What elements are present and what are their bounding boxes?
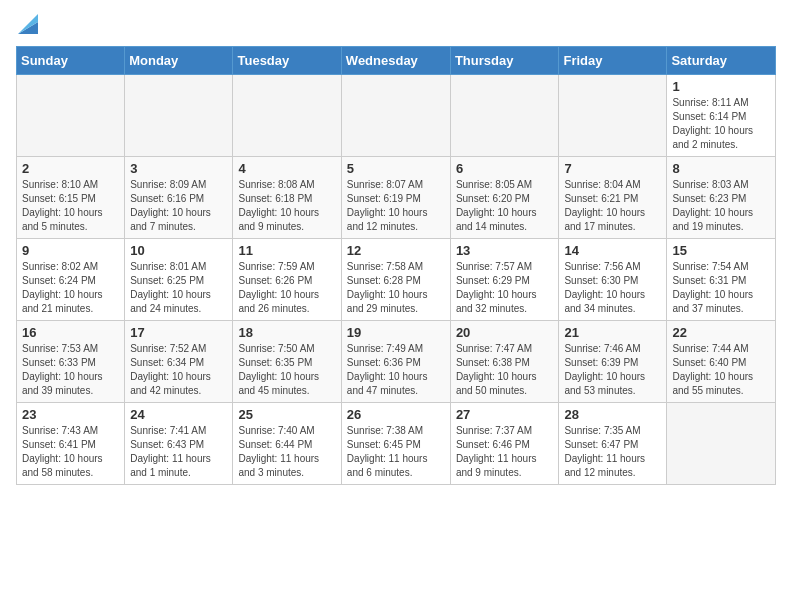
- calendar-cell: 3Sunrise: 8:09 AM Sunset: 6:16 PM Daylig…: [125, 157, 233, 239]
- calendar-cell: 21Sunrise: 7:46 AM Sunset: 6:39 PM Dayli…: [559, 321, 667, 403]
- day-number: 27: [456, 407, 554, 422]
- calendar-week-row: 9Sunrise: 8:02 AM Sunset: 6:24 PM Daylig…: [17, 239, 776, 321]
- calendar-cell: 16Sunrise: 7:53 AM Sunset: 6:33 PM Dayli…: [17, 321, 125, 403]
- calendar-cell: 6Sunrise: 8:05 AM Sunset: 6:20 PM Daylig…: [450, 157, 559, 239]
- calendar-cell: 26Sunrise: 7:38 AM Sunset: 6:45 PM Dayli…: [341, 403, 450, 485]
- day-number: 23: [22, 407, 119, 422]
- day-info: Sunrise: 7:56 AM Sunset: 6:30 PM Dayligh…: [564, 260, 661, 316]
- calendar-week-row: 16Sunrise: 7:53 AM Sunset: 6:33 PM Dayli…: [17, 321, 776, 403]
- calendar-cell: 28Sunrise: 7:35 AM Sunset: 6:47 PM Dayli…: [559, 403, 667, 485]
- day-info: Sunrise: 7:38 AM Sunset: 6:45 PM Dayligh…: [347, 424, 445, 480]
- calendar-cell: 23Sunrise: 7:43 AM Sunset: 6:41 PM Dayli…: [17, 403, 125, 485]
- day-info: Sunrise: 7:43 AM Sunset: 6:41 PM Dayligh…: [22, 424, 119, 480]
- calendar-cell: [559, 75, 667, 157]
- day-info: Sunrise: 7:59 AM Sunset: 6:26 PM Dayligh…: [238, 260, 335, 316]
- day-info: Sunrise: 7:35 AM Sunset: 6:47 PM Dayligh…: [564, 424, 661, 480]
- calendar-cell: 13Sunrise: 7:57 AM Sunset: 6:29 PM Dayli…: [450, 239, 559, 321]
- calendar-header-row: SundayMondayTuesdayWednesdayThursdayFrid…: [17, 47, 776, 75]
- calendar-cell: 14Sunrise: 7:56 AM Sunset: 6:30 PM Dayli…: [559, 239, 667, 321]
- day-info: Sunrise: 7:40 AM Sunset: 6:44 PM Dayligh…: [238, 424, 335, 480]
- day-number: 7: [564, 161, 661, 176]
- day-number: 14: [564, 243, 661, 258]
- calendar-cell: [450, 75, 559, 157]
- day-number: 18: [238, 325, 335, 340]
- day-info: Sunrise: 8:01 AM Sunset: 6:25 PM Dayligh…: [130, 260, 227, 316]
- day-number: 21: [564, 325, 661, 340]
- calendar-header-monday: Monday: [125, 47, 233, 75]
- calendar-cell: 20Sunrise: 7:47 AM Sunset: 6:38 PM Dayli…: [450, 321, 559, 403]
- day-number: 26: [347, 407, 445, 422]
- calendar-cell: [233, 75, 341, 157]
- day-number: 28: [564, 407, 661, 422]
- calendar-cell: 7Sunrise: 8:04 AM Sunset: 6:21 PM Daylig…: [559, 157, 667, 239]
- day-info: Sunrise: 8:08 AM Sunset: 6:18 PM Dayligh…: [238, 178, 335, 234]
- day-number: 22: [672, 325, 770, 340]
- calendar-header-tuesday: Tuesday: [233, 47, 341, 75]
- calendar-header-sunday: Sunday: [17, 47, 125, 75]
- day-info: Sunrise: 8:10 AM Sunset: 6:15 PM Dayligh…: [22, 178, 119, 234]
- day-info: Sunrise: 7:37 AM Sunset: 6:46 PM Dayligh…: [456, 424, 554, 480]
- day-info: Sunrise: 8:05 AM Sunset: 6:20 PM Dayligh…: [456, 178, 554, 234]
- calendar-table: SundayMondayTuesdayWednesdayThursdayFrid…: [16, 46, 776, 485]
- day-info: Sunrise: 7:41 AM Sunset: 6:43 PM Dayligh…: [130, 424, 227, 480]
- day-number: 2: [22, 161, 119, 176]
- logo-icon: [18, 14, 38, 34]
- day-info: Sunrise: 7:57 AM Sunset: 6:29 PM Dayligh…: [456, 260, 554, 316]
- day-info: Sunrise: 7:58 AM Sunset: 6:28 PM Dayligh…: [347, 260, 445, 316]
- calendar-cell: 19Sunrise: 7:49 AM Sunset: 6:36 PM Dayli…: [341, 321, 450, 403]
- calendar-cell: [667, 403, 776, 485]
- calendar-cell: 4Sunrise: 8:08 AM Sunset: 6:18 PM Daylig…: [233, 157, 341, 239]
- calendar-week-row: 1Sunrise: 8:11 AM Sunset: 6:14 PM Daylig…: [17, 75, 776, 157]
- day-number: 13: [456, 243, 554, 258]
- day-info: Sunrise: 8:11 AM Sunset: 6:14 PM Dayligh…: [672, 96, 770, 152]
- calendar-header-friday: Friday: [559, 47, 667, 75]
- day-info: Sunrise: 8:04 AM Sunset: 6:21 PM Dayligh…: [564, 178, 661, 234]
- day-info: Sunrise: 7:53 AM Sunset: 6:33 PM Dayligh…: [22, 342, 119, 398]
- day-number: 19: [347, 325, 445, 340]
- calendar-cell: 22Sunrise: 7:44 AM Sunset: 6:40 PM Dayli…: [667, 321, 776, 403]
- calendar-header-wednesday: Wednesday: [341, 47, 450, 75]
- logo: [16, 16, 38, 36]
- calendar-cell: 2Sunrise: 8:10 AM Sunset: 6:15 PM Daylig…: [17, 157, 125, 239]
- calendar-cell: [125, 75, 233, 157]
- calendar-cell: 8Sunrise: 8:03 AM Sunset: 6:23 PM Daylig…: [667, 157, 776, 239]
- day-number: 20: [456, 325, 554, 340]
- calendar-cell: 9Sunrise: 8:02 AM Sunset: 6:24 PM Daylig…: [17, 239, 125, 321]
- day-number: 6: [456, 161, 554, 176]
- day-info: Sunrise: 7:46 AM Sunset: 6:39 PM Dayligh…: [564, 342, 661, 398]
- day-number: 4: [238, 161, 335, 176]
- calendar-cell: 11Sunrise: 7:59 AM Sunset: 6:26 PM Dayli…: [233, 239, 341, 321]
- day-number: 15: [672, 243, 770, 258]
- day-info: Sunrise: 8:07 AM Sunset: 6:19 PM Dayligh…: [347, 178, 445, 234]
- calendar-cell: 5Sunrise: 8:07 AM Sunset: 6:19 PM Daylig…: [341, 157, 450, 239]
- calendar-cell: 18Sunrise: 7:50 AM Sunset: 6:35 PM Dayli…: [233, 321, 341, 403]
- day-number: 3: [130, 161, 227, 176]
- day-number: 9: [22, 243, 119, 258]
- calendar-header-thursday: Thursday: [450, 47, 559, 75]
- calendar-cell: 15Sunrise: 7:54 AM Sunset: 6:31 PM Dayli…: [667, 239, 776, 321]
- day-number: 5: [347, 161, 445, 176]
- calendar-cell: 12Sunrise: 7:58 AM Sunset: 6:28 PM Dayli…: [341, 239, 450, 321]
- calendar-week-row: 2Sunrise: 8:10 AM Sunset: 6:15 PM Daylig…: [17, 157, 776, 239]
- day-info: Sunrise: 7:50 AM Sunset: 6:35 PM Dayligh…: [238, 342, 335, 398]
- day-info: Sunrise: 8:03 AM Sunset: 6:23 PM Dayligh…: [672, 178, 770, 234]
- day-number: 17: [130, 325, 227, 340]
- day-info: Sunrise: 8:09 AM Sunset: 6:16 PM Dayligh…: [130, 178, 227, 234]
- calendar-cell: 1Sunrise: 8:11 AM Sunset: 6:14 PM Daylig…: [667, 75, 776, 157]
- day-info: Sunrise: 8:02 AM Sunset: 6:24 PM Dayligh…: [22, 260, 119, 316]
- day-number: 10: [130, 243, 227, 258]
- day-number: 8: [672, 161, 770, 176]
- calendar-cell: [341, 75, 450, 157]
- day-number: 24: [130, 407, 227, 422]
- calendar-cell: 17Sunrise: 7:52 AM Sunset: 6:34 PM Dayli…: [125, 321, 233, 403]
- calendar-cell: 27Sunrise: 7:37 AM Sunset: 6:46 PM Dayli…: [450, 403, 559, 485]
- day-number: 1: [672, 79, 770, 94]
- calendar-cell: 25Sunrise: 7:40 AM Sunset: 6:44 PM Dayli…: [233, 403, 341, 485]
- page-header: [16, 16, 776, 36]
- calendar-header-saturday: Saturday: [667, 47, 776, 75]
- day-number: 12: [347, 243, 445, 258]
- day-number: 11: [238, 243, 335, 258]
- day-info: Sunrise: 7:52 AM Sunset: 6:34 PM Dayligh…: [130, 342, 227, 398]
- day-number: 25: [238, 407, 335, 422]
- day-info: Sunrise: 7:54 AM Sunset: 6:31 PM Dayligh…: [672, 260, 770, 316]
